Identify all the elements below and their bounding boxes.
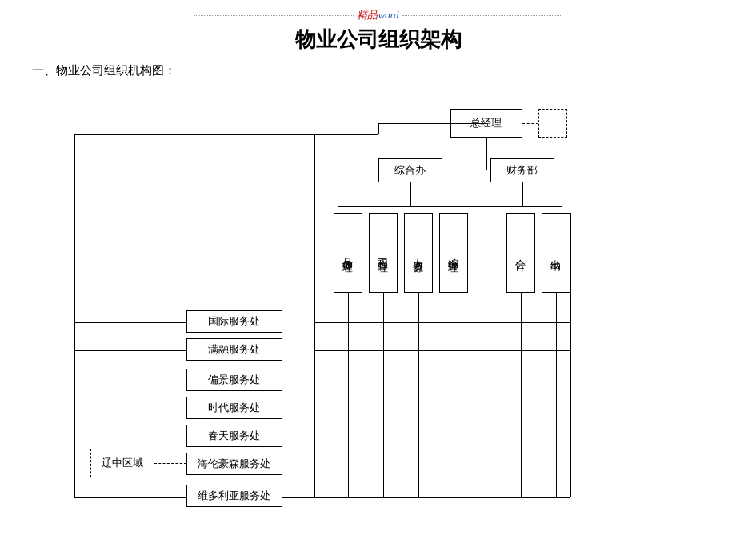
comp-mgmt-box: 综合管理 [439, 213, 468, 293]
inner-h6 [74, 465, 186, 465]
liaozhong-hline [154, 463, 186, 464]
inner-h2 [74, 350, 186, 351]
row4-hline [314, 409, 570, 409]
grid-right-vline [570, 213, 571, 497]
comprehensive-office-box: 综合办 [378, 158, 442, 182]
engineering-mgmt-box: 工程管理 [369, 213, 398, 293]
inner-h3 [74, 381, 186, 381]
compmgmt-vline [454, 293, 454, 497]
header-decoration: 精品word [24, 8, 732, 22]
row1-hline [314, 322, 570, 323]
liaozhong-region-box: 辽中区域 [90, 449, 154, 477]
row7-hline [314, 497, 570, 498]
dotted-right [402, 15, 562, 16]
quality-mgmt-box: 品质管理 [334, 213, 362, 293]
gm-down-line [486, 138, 487, 170]
weiduo-service-box: 维多利亚服务处 [186, 485, 282, 507]
shidai-service-box: 时代服务处 [186, 397, 282, 419]
grid-left-vline [314, 293, 315, 497]
inner-h1 [74, 322, 186, 323]
cashier-box: 出纳 [542, 213, 570, 293]
gm-dashed-line [522, 123, 538, 124]
hailuo-service-box: 海伦豪森服务处 [186, 453, 282, 475]
gm-dashed-box [538, 109, 567, 138]
topleft-vline [378, 123, 379, 134]
accounting-box: 会计 [506, 213, 535, 293]
topleft-hline [378, 123, 486, 124]
page-title: 物业公司组织架构 [24, 26, 732, 54]
row2-hline [314, 350, 570, 351]
top-main-hline [74, 134, 314, 135]
inner-h4 [74, 409, 186, 409]
row6-hline [314, 465, 570, 465]
row3-hline [314, 381, 570, 381]
page-container: 精品word 物业公司组织架构 一、物业公司组织机构图： 总经理 [0, 0, 756, 535]
org-chart: 总经理 综合办 财务部 品质管理 工程管理 [26, 86, 730, 502]
comp-down-line [410, 182, 411, 206]
engineering-vline [383, 293, 384, 497]
intl-service-box: 国际服务处 [186, 310, 282, 333]
manrong-service-box: 满融服务处 [186, 338, 282, 361]
header-brand: 精品word [354, 8, 402, 22]
hr-vline [418, 293, 419, 497]
oujing-service-box: 偏景服务处 [186, 369, 282, 391]
finance-down-line [522, 182, 523, 206]
inner-h5 [74, 437, 186, 437]
dotted-left [194, 15, 354, 16]
finance-dept-box: 财务部 [490, 158, 554, 182]
chuntian-service-box: 春天服务处 [186, 425, 282, 447]
hr-box: 人力资源 [404, 213, 433, 293]
cashier-vline [556, 293, 557, 497]
quality-vline [348, 293, 349, 497]
finance-horiz-right [522, 206, 562, 207]
row5-hline [314, 437, 570, 437]
section-title: 一、物业公司组织机构图： [32, 63, 732, 78]
accounting-vline [521, 293, 522, 497]
conn-top-hline [314, 134, 378, 135]
left-main-vline [74, 134, 75, 498]
